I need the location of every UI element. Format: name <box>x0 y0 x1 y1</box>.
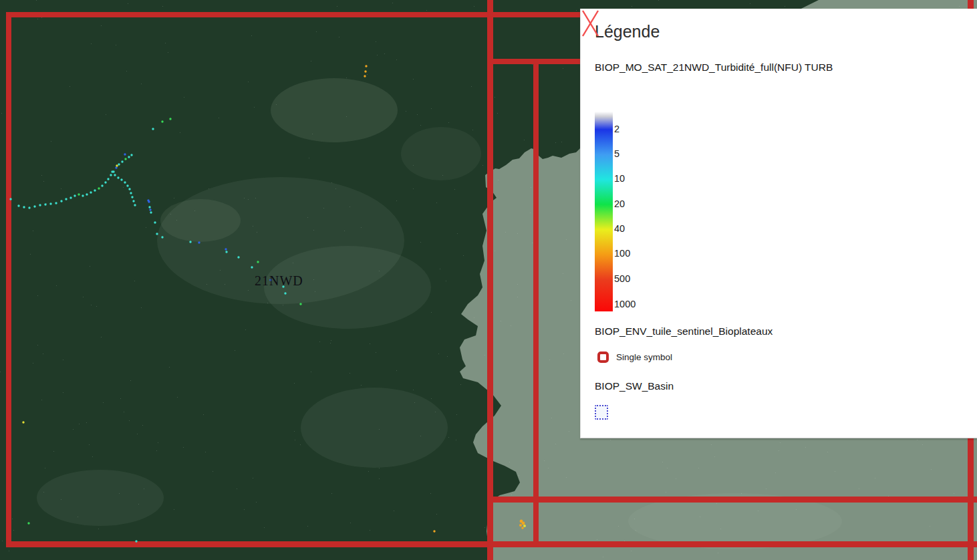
ramp-label: 40 <box>614 223 654 234</box>
turbidity-dot <box>257 261 259 263</box>
ramp-label: 20 <box>614 198 654 209</box>
turbidity-dot <box>33 205 35 207</box>
x-marker-icon <box>581 9 601 38</box>
turbidity-dot <box>78 193 80 195</box>
turbidity-dot <box>126 184 128 186</box>
tile-boundary-vertical-1 <box>487 0 493 560</box>
turbidity-dot <box>433 530 435 532</box>
turbidity-dot <box>114 174 116 176</box>
turbidity-dot <box>60 200 62 202</box>
turbidity-dot <box>120 178 122 180</box>
turbidity-dot <box>152 128 154 130</box>
turbidity-dot <box>27 522 29 524</box>
tile-boundary-vertical-2 <box>533 59 539 547</box>
turbidity-dot <box>132 200 134 202</box>
turbidity-dot <box>124 158 126 160</box>
single-symbol-row: Single symbol <box>597 352 672 363</box>
turbidity-dot <box>49 202 51 204</box>
layer-name-turbidity: BIOP_MO_SAT_21NWD_Turbidité_full(NFU) TU… <box>595 61 833 74</box>
turbidity-dot <box>130 154 132 156</box>
turbidity-dot <box>523 525 526 527</box>
legend-panel: Légende BIOP_MO_SAT_21NWD_Turbidité_full… <box>580 9 977 438</box>
turbidity-dot <box>39 204 41 206</box>
turbidity-dot <box>86 193 88 195</box>
turbidity-dot <box>55 202 57 204</box>
turbidity-dot <box>74 194 76 196</box>
turbidity-dot <box>94 189 96 191</box>
turbidity-color-ramp <box>595 112 613 311</box>
turbidity-dot <box>69 196 72 198</box>
turbidity-dot <box>121 160 123 162</box>
ramp-label: 5 <box>614 148 654 159</box>
turbidity-dot <box>135 540 137 542</box>
turbidity-dot <box>128 188 130 190</box>
turbidity-dot <box>251 266 253 268</box>
turbidity-dot <box>134 204 136 206</box>
turbidity-dot <box>111 170 113 172</box>
turbidity-dot <box>169 118 171 120</box>
turbidity-dot <box>198 241 200 243</box>
turbidity-dot <box>149 208 151 211</box>
turbidity-dot <box>299 303 301 305</box>
turbidity-dot <box>365 65 367 67</box>
turbidity-dot <box>82 194 84 196</box>
map-tile-label: 21NWD <box>255 273 303 288</box>
turbidity-dot <box>225 251 227 253</box>
ramp-label: 100 <box>614 248 654 259</box>
rounded-square-icon <box>597 352 609 363</box>
turbidity-dot <box>107 178 109 180</box>
turbidity-dot <box>101 184 103 186</box>
turbidity-dot <box>161 120 163 122</box>
turbidity-dot <box>130 192 132 194</box>
gis-viewport: 21NWD Légende BIOP_MO_SAT_21NWD_Turbidit… <box>0 0 977 560</box>
turbidity-dot <box>364 75 366 77</box>
turbidity-dot <box>150 211 152 213</box>
turbidity-dot <box>117 176 119 178</box>
ramp-label: 2 <box>614 124 654 134</box>
turbidity-dot <box>148 200 150 202</box>
layer-name-basin: BIOP_SW_Basin <box>595 380 674 392</box>
turbidity-dot <box>124 153 126 155</box>
turbidity-dot <box>131 196 133 198</box>
turbidity-dot <box>23 206 25 208</box>
ramp-label: 500 <box>614 273 654 284</box>
turbidity-dot <box>104 181 106 183</box>
turbidity-dot <box>161 236 163 238</box>
turbidity-dot <box>90 191 92 193</box>
turbidity-dot <box>156 233 158 235</box>
turbidity-dot <box>154 221 156 223</box>
turbidity-dot <box>124 181 126 183</box>
dotted-square-icon <box>595 405 608 420</box>
single-symbol-label: Single symbol <box>616 352 672 362</box>
tile-boundary-horizontal-3 <box>487 497 977 503</box>
turbidity-dot <box>237 256 239 258</box>
turbidity-dot <box>128 156 130 158</box>
turbidity-dot <box>118 163 120 165</box>
turbidity-dot <box>519 524 522 527</box>
ramp-label: 1000 <box>614 299 654 309</box>
turbidity-dot <box>28 206 30 208</box>
legend-title: Légende <box>595 22 660 41</box>
tile-boundary-left <box>6 12 11 547</box>
turbidity-dot <box>116 164 118 166</box>
turbidity-dot <box>284 292 286 294</box>
turbidity-dot <box>522 522 525 525</box>
turbidity-dot <box>364 70 366 72</box>
turbidity-dot <box>115 166 117 168</box>
turbidity-dot <box>17 204 19 206</box>
turbidity-dot <box>189 241 191 243</box>
ramp-label: 10 <box>614 173 654 184</box>
turbidity-dot <box>98 187 100 189</box>
turbidity-dot <box>65 198 67 200</box>
turbidity-dot <box>225 248 227 250</box>
turbidity-dot <box>22 421 24 423</box>
turbidity-dot <box>110 174 112 176</box>
turbidity-dot <box>148 206 150 208</box>
turbidity-dot <box>9 198 11 200</box>
turbidity-dot <box>44 203 46 205</box>
turbidity-dot <box>521 527 524 529</box>
layer-name-sentinel: BIOP_ENV_tuile_sentinel_Bioplateaux <box>595 325 773 337</box>
